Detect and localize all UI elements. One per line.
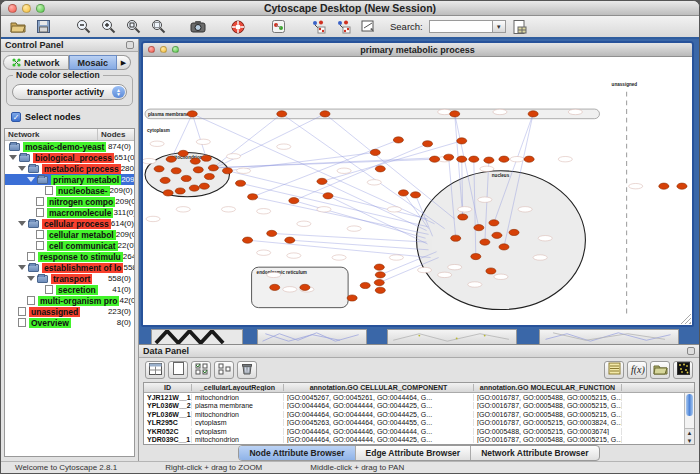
edge[interactable]	[192, 114, 206, 158]
network-node[interactable]	[423, 141, 433, 147]
tree-row[interactable]: biological_process651(0)	[5, 152, 134, 163]
table-scrollbar-thumb[interactable]	[686, 394, 693, 416]
expand-arrow-icon[interactable]	[27, 177, 35, 182]
network-node[interactable]	[499, 156, 509, 162]
network-node[interactable]	[193, 167, 203, 173]
table-column-header[interactable]: _cellularLayoutRegion	[192, 384, 284, 391]
tree-row[interactable]: response to stimulu264(0)	[5, 251, 134, 262]
network-node[interactable]	[457, 156, 467, 162]
table-row[interactable]: YPL036W__1mitochondrion[GO:0044464, GO:0…	[144, 410, 694, 419]
tree-row[interactable]: metabolic process280(0)	[5, 163, 134, 174]
background-window-fragment[interactable]	[151, 329, 243, 344]
apply-layout-alt-button[interactable]	[332, 17, 354, 36]
network-node[interactable]	[375, 287, 385, 293]
open-attribute-file-button[interactable]	[650, 361, 670, 379]
table-column-header[interactable]: annotation.GO CELLULAR_COMPONENT	[284, 384, 474, 391]
search-input[interactable]	[429, 20, 493, 33]
network-node[interactable]	[204, 173, 214, 179]
tree-col-network[interactable]: Network	[5, 129, 98, 140]
expand-arrow-icon[interactable]	[27, 276, 35, 281]
network-node[interactable]	[360, 282, 370, 288]
select-attributes-button[interactable]	[191, 361, 211, 379]
edge[interactable]	[294, 201, 426, 239]
heatmap-button[interactable]	[673, 361, 693, 379]
delete-attribute-button[interactable]	[237, 361, 257, 379]
unselect-attributes-button[interactable]	[214, 361, 234, 379]
tree-row[interactable]: mosaic-demo-yeast874(0)	[5, 141, 134, 152]
network-node[interactable]	[374, 279, 384, 285]
tree-row[interactable]: nucleobase-209(0)	[5, 185, 134, 196]
zoom-selected-button[interactable]	[122, 17, 144, 36]
table-row[interactable]: YPL036W__2plasma membrane[GO:0044464, GO…	[144, 402, 694, 411]
network-node[interactable]	[471, 253, 481, 259]
tree-row[interactable]: Overview8(0)	[5, 317, 134, 328]
network-node[interactable]	[430, 156, 440, 162]
tab-edge-attribute-browser[interactable]: Edge Attribute Browser	[356, 446, 472, 460]
network-node[interactable]	[323, 193, 333, 199]
network-node[interactable]	[190, 158, 200, 164]
edge[interactable]	[209, 114, 281, 171]
tree-row[interactable]: primary metabol209(...	[5, 174, 134, 185]
tree-row[interactable]: unassigned223(0)	[5, 306, 134, 317]
network-canvas[interactable]: plasma membranecytoplasmmitochondrionnuc…	[143, 57, 692, 325]
network-node[interactable]	[451, 235, 461, 241]
table-row[interactable]: YKR052Ccytoplasm[GO:0044464, GO:0044446,…	[144, 427, 694, 436]
network-node[interactable]	[243, 237, 253, 243]
network-node[interactable]	[175, 188, 185, 194]
network-node[interactable]	[450, 111, 460, 117]
network-node[interactable]	[484, 157, 494, 163]
network-node[interactable]	[374, 264, 384, 270]
network-node[interactable]	[289, 198, 299, 204]
network-node[interactable]	[410, 192, 420, 198]
import-attributes-button[interactable]	[604, 361, 624, 379]
tab-network-attribute-browser[interactable]: Network Attribute Browser	[471, 446, 598, 460]
zoom-in-button[interactable]	[97, 17, 119, 36]
network-node[interactable]	[201, 155, 211, 161]
background-window-fragment[interactable]	[387, 329, 517, 344]
select-nodes-checkbox[interactable]: ✓	[11, 112, 21, 122]
network-node[interactable]	[492, 232, 502, 238]
network-node[interactable]	[236, 180, 246, 186]
new-attribute-button[interactable]	[168, 361, 188, 379]
expand-arrow-icon[interactable]	[18, 166, 26, 171]
network-node[interactable]	[178, 150, 188, 156]
network-node[interactable]	[499, 244, 509, 250]
network-node[interactable]	[320, 111, 330, 117]
network-node[interactable]	[486, 268, 496, 274]
tree-col-nodes[interactable]: Nodes	[98, 129, 134, 140]
network-node[interactable]	[208, 165, 218, 171]
network-view-titlebar[interactable]: primary metabolic process	[143, 43, 692, 57]
edge[interactable]	[241, 183, 428, 226]
network-node[interactable]	[181, 175, 191, 181]
tab-node-attribute-browser[interactable]: Node Attribute Browser	[239, 446, 355, 460]
table-scrollbar[interactable]: ▲▼	[684, 393, 694, 444]
vizmapper-button[interactable]	[267, 17, 289, 36]
network-node[interactable]	[300, 284, 310, 290]
tree-row[interactable]: cellular metabol209(0)	[5, 229, 134, 240]
network-node[interactable]	[375, 272, 385, 278]
save-session-button[interactable]	[32, 17, 54, 36]
float-panel-icon[interactable]	[126, 41, 134, 49]
network-node[interactable]	[528, 111, 538, 117]
network-node[interactable]	[317, 178, 327, 184]
network-node[interactable]	[154, 166, 164, 172]
edge[interactable]	[290, 240, 429, 250]
table-column-header[interactable]: ID	[144, 384, 192, 391]
tree-row[interactable]: nitrogen compo209(0)	[5, 196, 134, 207]
tree-row[interactable]: establishment of lo558(0)	[5, 262, 134, 273]
table-row[interactable]: YLR295Ccytoplasm[GO:0045263, GO:0044464,…	[144, 419, 694, 428]
network-node[interactable]	[189, 185, 199, 191]
edge[interactable]	[253, 197, 429, 235]
tree-row[interactable]: multi-organism pro42(0)	[5, 295, 134, 306]
network-node[interactable]	[270, 284, 280, 290]
network-node[interactable]	[677, 183, 687, 189]
zoom-out-button[interactable]	[72, 17, 94, 36]
tree-row[interactable]: transport558(0)	[5, 273, 134, 284]
resize-grip[interactable]	[681, 314, 691, 324]
table-column-header[interactable]: annotation.GO MOLECULAR_FUNCTION	[474, 384, 622, 391]
background-window-fragment[interactable]	[257, 329, 367, 344]
open-file-button[interactable]	[7, 17, 29, 36]
attribute-grid-button[interactable]	[145, 361, 165, 379]
network-node[interactable]	[248, 194, 258, 200]
network-node[interactable]	[398, 190, 408, 196]
